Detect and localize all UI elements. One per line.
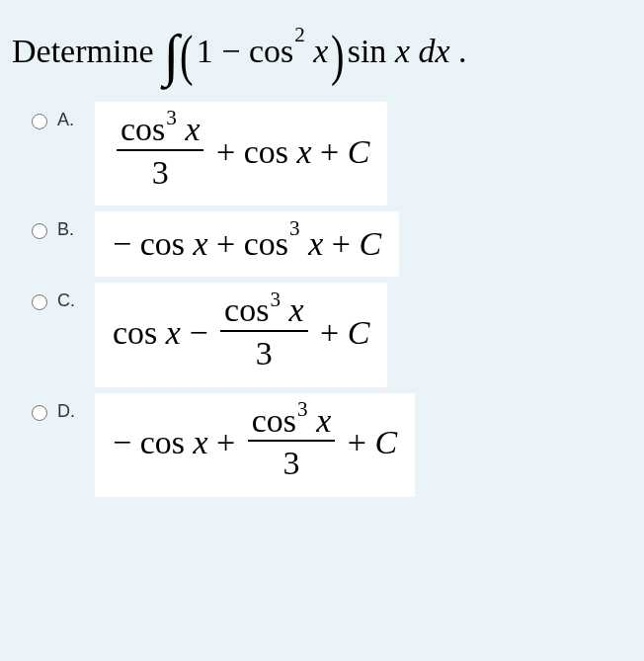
- integral-sign-icon: ∫: [164, 22, 180, 88]
- option-b[interactable]: B. − cos x + cos3 x + C: [32, 211, 644, 277]
- option-d-formula: − cos x + cos3 x 3 + C: [95, 393, 415, 497]
- option-c-label: C.: [57, 290, 75, 311]
- radio-d[interactable]: [32, 405, 47, 421]
- question-integral: ∫ ( 1 − cos2 x ) sin x dx .: [164, 18, 467, 84]
- left-paren-icon: (: [180, 22, 194, 88]
- right-paren-icon: ): [331, 22, 345, 88]
- option-d-label: D.: [57, 401, 75, 422]
- option-d[interactable]: D. − cos x + cos3 x 3 + C: [32, 393, 644, 497]
- option-a-label: A.: [57, 110, 74, 130]
- option-a-formula: cos3 x 3 + cos x + C: [95, 102, 387, 206]
- radio-a[interactable]: [32, 114, 47, 129]
- option-b-formula: − cos x + cos3 x + C: [95, 211, 399, 277]
- question-lead: Determine: [12, 33, 154, 70]
- option-c[interactable]: C. cos x − cos3 x 3 + C: [32, 283, 644, 386]
- options-list: A. cos3 x 3 + cos x + C B.: [0, 102, 644, 497]
- quiz-page: Determine ∫ ( 1 − cos2 x ) sin x dx . A.…: [0, 0, 644, 497]
- option-c-formula: cos x − cos3 x 3 + C: [95, 283, 387, 386]
- option-b-label: B.: [57, 219, 74, 240]
- radio-b[interactable]: [32, 223, 47, 239]
- option-a[interactable]: A. cos3 x 3 + cos x + C: [32, 102, 644, 206]
- question-prompt: Determine ∫ ( 1 − cos2 x ) sin x dx .: [0, 10, 644, 102]
- radio-c[interactable]: [32, 294, 47, 310]
